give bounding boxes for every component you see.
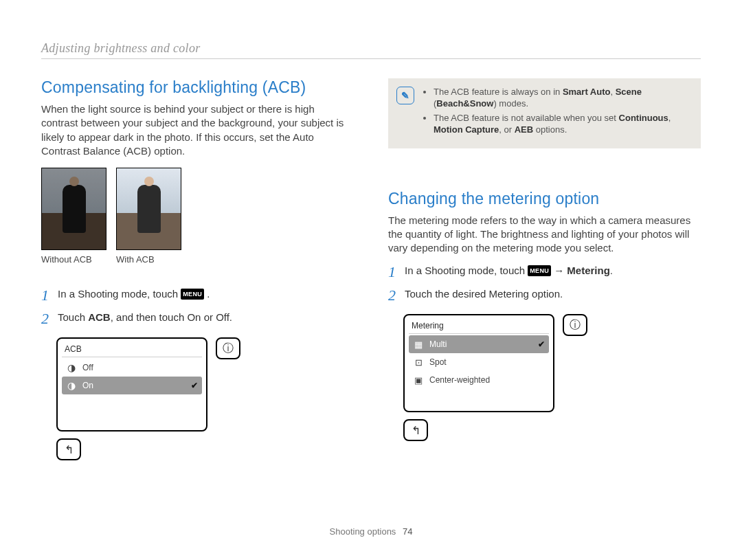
step-text: Touch the desired Metering option. xyxy=(405,288,563,300)
acb-on-icon xyxy=(66,381,77,390)
check-icon: ✔ xyxy=(191,381,198,390)
check-icon: ✔ xyxy=(538,339,545,349)
step-number: 2 xyxy=(388,288,399,303)
acb-off-row[interactable]: Off xyxy=(62,359,202,377)
metering-panel: Metering Multi ✔ Spot Center-weigh xyxy=(403,314,554,412)
acb-panel: ACB Off On ✔ xyxy=(56,337,207,432)
metering-center-row[interactable]: Center-weighted xyxy=(409,371,549,389)
acb-off-icon xyxy=(66,363,77,372)
center-weighted-icon xyxy=(413,375,424,385)
photo-with-acb: With ACB xyxy=(116,168,181,265)
acb-step-2: 2 Touch ACB, and then touch On or Off. xyxy=(41,311,354,326)
back-button[interactable]: ↰ xyxy=(403,419,428,441)
acb-panel-area: ACB Off On ✔ ↰ xyxy=(41,337,354,460)
step-text: Touch ACB, and then touch On or Off. xyxy=(58,311,232,323)
note-icon: ✎ xyxy=(396,87,414,104)
page-number: 74 xyxy=(403,526,412,537)
metering-step-2: 2 Touch the desired Metering option. xyxy=(388,288,701,303)
panel-title: Metering xyxy=(409,320,549,334)
menu-icon: MENU xyxy=(181,289,204,300)
multi-icon xyxy=(413,339,424,349)
back-icon: ↰ xyxy=(412,424,420,437)
note-box: ✎ The ACB feature is always on in Smart … xyxy=(388,78,701,148)
metering-step-1: 1 In a Shooting mode, touch MENU → Meter… xyxy=(388,265,701,280)
note-list: The ACB feature is always on in Smart Au… xyxy=(423,87,690,139)
acb-body: When the light source is behind your sub… xyxy=(41,102,354,158)
step-number: 1 xyxy=(388,265,399,280)
step-number: 1 xyxy=(41,288,52,303)
divider xyxy=(41,58,701,59)
example-photos: Without ACB With ACB xyxy=(41,168,354,265)
metering-panel-area: Metering Multi ✔ Spot Center-weigh xyxy=(388,314,701,441)
photo-without-acb: Without ACB xyxy=(41,168,106,265)
info-icon: ⓘ xyxy=(223,341,234,356)
multi-label: Multi xyxy=(429,339,447,349)
two-column-layout: Compensating for backlighting (ACB) When… xyxy=(41,78,701,460)
metering-heading: Changing the metering option xyxy=(388,190,701,208)
step-text: In a Shooting mode, touch MENU . xyxy=(58,288,210,300)
acb-heading: Compensating for backlighting (ACB) xyxy=(41,78,354,97)
panel-title: ACB xyxy=(62,343,202,357)
breadcrumb: Adjusting brightness and color xyxy=(41,41,701,56)
acb-step-1: 1 In a Shooting mode, touch MENU . xyxy=(41,288,354,303)
note-item: The ACB feature is always on in Smart Au… xyxy=(434,87,690,110)
back-button[interactable]: ↰ xyxy=(56,438,81,460)
acb-on-row[interactable]: On ✔ xyxy=(62,377,202,394)
spot-label: Spot xyxy=(429,357,447,367)
info-button[interactable]: ⓘ xyxy=(563,314,587,336)
info-button[interactable]: ⓘ xyxy=(216,337,240,359)
metering-spot-row[interactable]: Spot xyxy=(409,353,549,371)
step-number: 2 xyxy=(41,311,52,326)
acb-off-label: Off xyxy=(82,363,93,372)
page-footer: Shooting options 74 xyxy=(0,526,742,537)
step-text: In a Shooting mode, touch MENU → Meterin… xyxy=(405,265,613,276)
note-item: The ACB feature is not available when yo… xyxy=(434,113,690,136)
page: Adjusting brightness and color Compensat… xyxy=(0,0,742,560)
info-icon: ⓘ xyxy=(570,318,581,333)
center-label: Center-weighted xyxy=(429,375,490,385)
caption-without: Without ACB xyxy=(41,254,106,265)
metering-body: The metering mode refers to the way in w… xyxy=(388,214,701,256)
metering-multi-row[interactable]: Multi ✔ xyxy=(409,335,549,353)
right-column: ✎ The ACB feature is always on in Smart … xyxy=(388,78,701,460)
photo-image-light xyxy=(116,168,181,250)
caption-with: With ACB xyxy=(116,254,181,265)
spot-icon xyxy=(413,357,424,367)
back-icon: ↰ xyxy=(65,443,74,456)
acb-on-label: On xyxy=(82,381,93,390)
footer-label: Shooting options xyxy=(330,526,396,537)
menu-icon: MENU xyxy=(528,265,551,276)
left-column: Compensating for backlighting (ACB) When… xyxy=(41,78,354,460)
photo-image-dark xyxy=(41,168,106,250)
